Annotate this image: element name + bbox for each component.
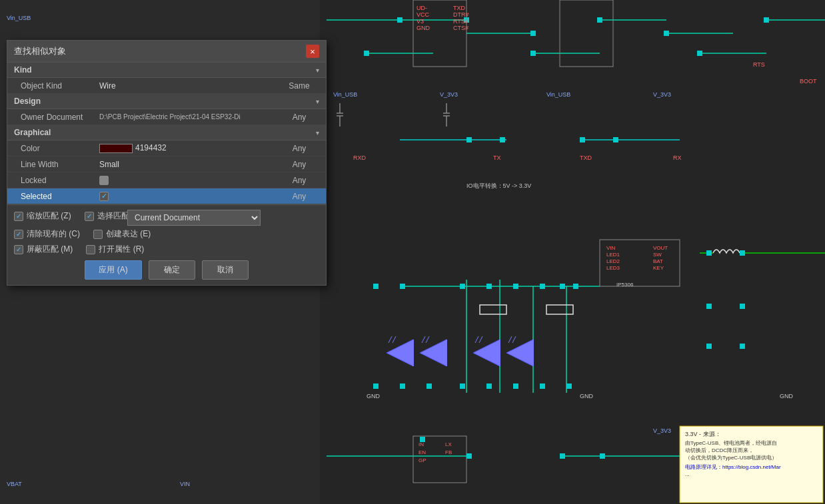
prop-value-locked[interactable]: [94, 173, 273, 188]
apply-button[interactable]: 应用 (A): [85, 260, 141, 280]
svg-rect-120: [706, 344, 712, 349]
prop-qualifier-object-kind[interactable]: Same: [273, 79, 326, 93]
svg-text:LED3: LED3: [606, 265, 620, 271]
options-row-3: 屏蔽匹配 (M) 打开属性 (R): [14, 244, 319, 255]
option-open-properties[interactable]: 打开属性 (R): [86, 244, 144, 255]
svg-text:UD-: UD-: [416, 5, 427, 11]
prop-name-object-kind: Object Kind: [7, 79, 94, 93]
clear-existing-checkbox[interactable]: [14, 230, 23, 239]
mask-match-label: 屏蔽匹配 (M): [27, 244, 73, 255]
selected-checkbox[interactable]: [99, 192, 109, 201]
svg-text:RXD: RXD: [353, 154, 367, 161]
prop-row-locked: Locked Any: [7, 172, 326, 188]
find-similar-dialog: 查找相似对象 × Kind ▾ Object Kind Wire Same De…: [7, 40, 327, 286]
dialog-title: 查找相似对象: [14, 45, 66, 57]
svg-text:IP5306: IP5306: [616, 282, 634, 288]
option-create-expression[interactable]: 创建表达 (E): [93, 228, 151, 240]
svg-rect-122: [420, 437, 425, 442]
options-area: 缩放匹配 (Z) 选择匹配 (S) Current Document Open …: [7, 204, 326, 285]
svg-rect-19: [764, 17, 769, 23]
svg-rect-115: [566, 383, 572, 389]
svg-rect-97: [500, 137, 505, 142]
dialog-close-button[interactable]: ×: [306, 45, 319, 58]
svg-rect-121: [740, 344, 745, 349]
ok-button[interactable]: 确定: [149, 260, 195, 280]
svg-rect-102: [460, 284, 465, 289]
svg-text:TXD: TXD: [580, 154, 592, 161]
scope-dropdown[interactable]: Current Document Open Documents All Docu…: [127, 210, 261, 226]
prop-qualifier-locked[interactable]: Any: [273, 173, 326, 188]
prop-row-selected: Selected Any: [7, 188, 326, 204]
svg-rect-96: [466, 137, 472, 142]
locked-checkbox[interactable]: [99, 176, 109, 185]
svg-text:CTS#: CTS#: [453, 25, 468, 31]
svg-text:电路原理详见：https://blog.csdn.net/M: 电路原理详见：https://blog.csdn.net/Mar: [685, 464, 781, 470]
section-design-header[interactable]: Design ▾: [7, 94, 326, 109]
prop-name-line-width: Line Width: [7, 157, 94, 172]
svg-text:BAT: BAT: [653, 258, 663, 264]
prop-row-owner-document: Owner Document D:\PCB Project\Electric P…: [7, 109, 326, 125]
cancel-button[interactable]: 取消: [202, 260, 249, 280]
svg-text:V_3V3: V_3V3: [653, 427, 671, 434]
svg-rect-113: [513, 383, 518, 389]
svg-rect-104: [513, 284, 518, 289]
section-design-label: Design: [14, 97, 41, 106]
section-graphical-header[interactable]: Graphical ▾: [7, 125, 326, 140]
prop-name-locked: Locked: [7, 173, 94, 188]
prop-qualifier-line-width[interactable]: Any: [273, 157, 326, 172]
svg-rect-107: [573, 284, 578, 289]
svg-text:LX: LX: [445, 441, 452, 447]
svg-rect-111: [460, 383, 465, 389]
open-properties-label: 打开属性 (R): [99, 244, 144, 255]
svg-rect-105: [540, 284, 545, 289]
svg-text:Vin_USB: Vin_USB: [546, 91, 570, 98]
option-clear-existing[interactable]: 清除现有的 (C): [14, 228, 80, 240]
section-kind-header[interactable]: Kind ▾: [7, 63, 326, 78]
zoom-match-label: 缩放匹配 (Z): [27, 210, 71, 222]
svg-rect-109: [400, 383, 405, 389]
svg-rect-99: [613, 137, 618, 142]
svg-rect-116: [706, 250, 712, 256]
svg-rect-117: [740, 250, 745, 256]
svg-text:GND: GND: [780, 393, 794, 399]
option-zoom-match[interactable]: 缩放匹配 (Z): [14, 210, 71, 222]
prop-qualifier-selected[interactable]: Any: [273, 189, 326, 204]
svg-text:VIN: VIN: [180, 481, 190, 487]
dialog-body: Kind ▾ Object Kind Wire Same Design ▾ Ow…: [7, 63, 326, 285]
svg-text:IN: IN: [418, 441, 424, 447]
prop-qualifier-owner-document[interactable]: Any: [273, 110, 326, 125]
select-match-checkbox[interactable]: [85, 212, 94, 221]
svg-text:VOUT: VOUT: [653, 245, 668, 251]
svg-rect-125: [560, 453, 565, 459]
mask-match-checkbox[interactable]: [14, 245, 23, 254]
prop-name-color: Color: [7, 141, 94, 156]
svg-text:IO电平转换：5V -> 3.3V: IO电平转换：5V -> 3.3V: [466, 182, 531, 189]
color-swatch: [99, 144, 133, 153]
svg-text:GND: GND: [367, 393, 381, 399]
svg-text:Vin_USB: Vin_USB: [7, 15, 31, 21]
prop-row-color: Color 4194432 Any: [7, 140, 326, 156]
svg-text:（会优先切换为TypeC-USB电源供电）: （会优先切换为TypeC-USB电源供电）: [685, 455, 777, 461]
open-properties-checkbox[interactable]: [86, 245, 95, 254]
prop-qualifier-color[interactable]: Any: [273, 141, 326, 156]
prop-value-selected[interactable]: [94, 189, 273, 204]
zoom-match-checkbox[interactable]: [14, 212, 23, 221]
svg-rect-118: [706, 304, 712, 309]
svg-text:...: ...: [685, 471, 690, 477]
svg-text:动切换后，DCDC降压而来，: 动切换后，DCDC降压而来，: [685, 447, 754, 453]
svg-text:3.3V - 来源：: 3.3V - 来源：: [685, 431, 721, 437]
dropdown-area: Current Document Open Documents All Docu…: [127, 210, 319, 226]
svg-text:V_3V3: V_3V3: [653, 91, 671, 98]
svg-rect-123: [466, 453, 472, 459]
svg-text:SW: SW: [653, 252, 662, 258]
svg-rect-124: [600, 453, 605, 459]
svg-text:RTS: RTS: [753, 61, 765, 68]
prop-row-object-kind: Object Kind Wire Same: [7, 78, 326, 94]
section-design-arrow: ▾: [316, 98, 319, 105]
option-mask-match[interactable]: 屏蔽匹配 (M): [14, 244, 73, 255]
svg-rect-14: [364, 51, 369, 56]
svg-text:VIN: VIN: [606, 245, 616, 251]
svg-rect-106: [560, 284, 565, 289]
create-expression-checkbox[interactable]: [93, 230, 103, 239]
svg-rect-17: [664, 31, 669, 36]
